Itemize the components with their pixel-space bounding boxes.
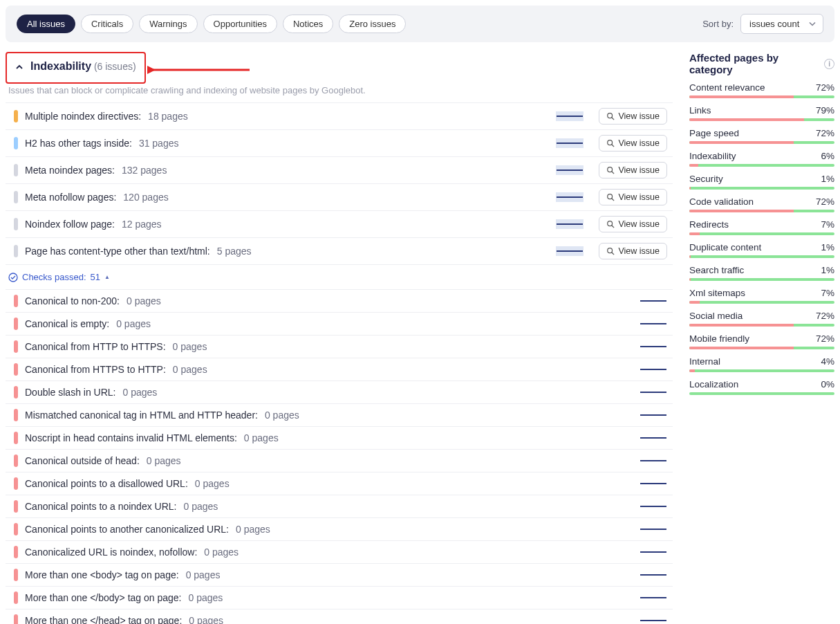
issue-row[interactable]: Page has content-type other than text/ht… (6, 238, 673, 265)
category-bar (689, 324, 834, 327)
issue-row[interactable]: H2 has other tags inside: 31 pagesView i… (6, 130, 673, 157)
issue-row[interactable]: Multiple noindex directives: 18 pagesVie… (6, 102, 673, 130)
svg-point-7 (608, 140, 613, 145)
category-row[interactable]: Redirects7% (689, 219, 834, 235)
issues-passed-list: Canonical to non-200: 0 pagesCanonical i… (6, 289, 673, 624)
svg-line-4 (612, 118, 614, 120)
sort-select[interactable]: issues count (740, 14, 823, 34)
category-name: Indexability (689, 151, 736, 161)
issue-row[interactable]: Mismatched canonical tag in HTML and HTT… (6, 404, 673, 427)
view-issue-button[interactable]: View issue (599, 162, 667, 178)
sparkline-icon (640, 502, 667, 511)
issue-label: Canonicalized URL is noindex, nofollow: (25, 547, 197, 558)
severity-indicator (14, 340, 18, 353)
issue-pages: 0 pages (189, 592, 223, 603)
view-issue-button[interactable]: View issue (599, 216, 667, 232)
severity-indicator (14, 477, 18, 490)
category-row[interactable]: Security1% (689, 174, 834, 190)
view-issue-button[interactable]: View issue (599, 189, 667, 205)
annotation-arrow-icon (147, 62, 251, 78)
filter-pill-opportunities[interactable]: Opportunities (203, 15, 277, 33)
category-name: Internal (689, 356, 720, 367)
category-row[interactable]: Page speed72% (689, 128, 834, 144)
issue-label: Multiple noindex directives: (25, 111, 141, 122)
issue-row[interactable]: Canonicalized URL is noindex, nofollow: … (6, 541, 673, 564)
severity-indicator (14, 546, 18, 558)
svg-point-15 (608, 194, 613, 199)
severity-indicator (14, 409, 18, 421)
issue-label: More than one </body> tag on page: (25, 592, 182, 603)
issue-label: Canonical points to a disallowed URL: (25, 478, 188, 489)
category-row[interactable]: Social media72% (689, 311, 834, 327)
issue-row[interactable]: Canonical points to another canonicalize… (6, 518, 673, 541)
category-row[interactable]: Indexability6% (689, 151, 834, 167)
issue-row[interactable]: Double slash in URL: 0 pages (6, 381, 673, 404)
category-row[interactable]: Xml sitemaps7% (689, 288, 834, 304)
issue-row[interactable]: Canonical from HTTP to HTTPS: 0 pages (6, 336, 673, 358)
view-issue-button[interactable]: View issue (599, 243, 667, 259)
category-name: Code validation (689, 196, 754, 207)
severity-indicator (14, 432, 18, 444)
issue-row[interactable]: Meta noindex pages: 132 pagesView issue (6, 157, 673, 184)
category-row[interactable]: Search traffic1% (689, 265, 834, 281)
filter-pill-all-issues[interactable]: All issues (17, 15, 75, 33)
view-issue-button[interactable]: View issue (599, 108, 667, 125)
category-row[interactable]: Code validation72% (689, 196, 834, 212)
category-row[interactable]: Localization0% (689, 379, 834, 395)
sparkline-icon (640, 387, 667, 397)
filter-toolbar: All issuesCriticalsWarningsOpportunities… (6, 6, 834, 42)
category-bar (689, 347, 834, 349)
filter-pill-notices[interactable]: Notices (283, 15, 333, 33)
svg-line-16 (612, 199, 614, 201)
issue-row[interactable]: Canonical to non-200: 0 pages (6, 289, 673, 313)
issue-pages: 0 pages (236, 524, 270, 535)
issue-row[interactable]: Canonical from HTTPS to HTTP: 0 pages (6, 358, 673, 381)
issue-row[interactable]: More than one </body> tag on page: 0 pag… (6, 587, 673, 609)
filter-pill-criticals[interactable]: Criticals (81, 15, 133, 33)
view-issue-button[interactable]: View issue (599, 135, 667, 152)
info-icon[interactable]: i (824, 59, 834, 69)
category-row[interactable]: Duplicate content1% (689, 242, 834, 258)
section-header-indexability[interactable]: Indexability (6 issues) (7, 53, 144, 80)
triangle-up-icon: ▲ (104, 274, 110, 280)
category-row[interactable]: Mobile friendly72% (689, 333, 834, 349)
section-description: Issues that can block or complicate craw… (6, 84, 673, 102)
checks-passed-toggle[interactable]: Checks passed: 51 ▲ (6, 265, 113, 289)
category-row[interactable]: Links79% (689, 105, 834, 121)
issue-row[interactable]: More than one <body> tag on page: 0 page… (6, 564, 673, 587)
issue-row[interactable]: Meta nofollow pages: 120 pagesView issue (6, 184, 673, 211)
issue-row[interactable]: Canonical points to a disallowed URL: 0 … (6, 472, 673, 495)
category-percent: 72% (816, 128, 834, 138)
category-percent: 72% (816, 333, 834, 344)
issue-label: Canonical outside of head: (25, 455, 140, 466)
search-icon (606, 220, 615, 228)
sparkline-icon (640, 570, 667, 580)
sparkline-icon (640, 433, 667, 443)
category-list: Content relevance72%Links79%Page speed72… (689, 82, 834, 395)
severity-indicator (14, 591, 18, 604)
category-row[interactable]: Content relevance72% (689, 82, 834, 98)
issue-row[interactable]: Noindex follow page: 12 pagesView issue (6, 211, 673, 238)
filter-pill-zero-issues[interactable]: Zero issues (339, 15, 406, 33)
search-icon (606, 166, 615, 174)
category-bar (689, 232, 834, 235)
sparkline-icon (640, 593, 667, 603)
issue-label: Meta noindex pages: (25, 165, 115, 176)
view-issue-label: View issue (618, 192, 660, 202)
filter-pill-warnings[interactable]: Warnings (139, 15, 197, 33)
issue-row[interactable]: More than one </head> tag on page: 0 pag… (6, 609, 673, 624)
severity-indicator (14, 500, 18, 513)
issue-row[interactable]: Canonical outside of head: 0 pages (6, 450, 673, 472)
category-row[interactable]: Internal4% (689, 356, 834, 372)
svg-point-23 (608, 248, 613, 253)
category-percent: 72% (816, 82, 834, 93)
issue-pages: 0 pages (189, 615, 223, 624)
issue-row[interactable]: Canonical points to a noindex URL: 0 pag… (6, 495, 673, 518)
sparkline-icon (640, 342, 667, 351)
sparkline-icon (640, 410, 667, 420)
issue-row[interactable]: Canonical is empty: 0 pages (6, 313, 673, 336)
svg-point-25 (9, 273, 17, 282)
category-percent: 1% (821, 174, 834, 184)
category-bar (689, 301, 834, 304)
issue-row[interactable]: Noscript in head contains invalid HTML e… (6, 427, 673, 450)
